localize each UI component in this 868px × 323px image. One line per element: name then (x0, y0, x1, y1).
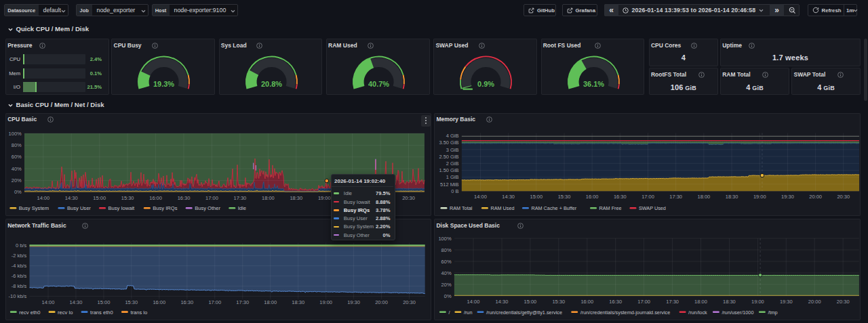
svg-text:40%: 40% (12, 165, 22, 171)
svg-text:20.8%: 20.8% (261, 80, 282, 88)
svg-text:trans eth0: trans eth0 (90, 309, 113, 316)
svg-text:19:30: 19:30 (347, 299, 360, 305)
svg-text:14:30: 14:30 (502, 194, 515, 200)
svg-text:0 B: 0 B (452, 188, 459, 194)
svg-text:20:30: 20:30 (402, 194, 415, 200)
svg-text:15:00: 15:00 (93, 194, 106, 200)
svg-text:19:00: 19:00 (319, 299, 332, 305)
svg-text:Busy User: Busy User (67, 205, 91, 211)
svg-text:19.3%: 19.3% (153, 80, 174, 88)
svg-text:14:00: 14:00 (467, 299, 480, 305)
svg-text:17:30: 17:30 (234, 194, 247, 200)
svg-text:512 MiB: 512 MiB (440, 181, 458, 187)
svg-text:4 GiB: 4 GiB (446, 133, 459, 139)
svg-text:19:30: 19:30 (781, 194, 794, 200)
svg-text:16:30: 16:30 (609, 299, 622, 305)
svg-text:16:30: 16:30 (180, 299, 193, 305)
svg-text:/tmp: /tmp (768, 309, 778, 316)
svg-text:15:00: 15:00 (98, 299, 111, 305)
svg-text:20:00: 20:00 (375, 299, 388, 305)
svg-text:16:30: 16:30 (178, 194, 191, 200)
svg-text:18:00: 18:00 (694, 299, 707, 305)
svg-text:40%: 40% (441, 270, 452, 276)
svg-text:0%: 0% (444, 293, 452, 299)
svg-text:16:00: 16:00 (153, 299, 165, 305)
svg-text:0.9%: 0.9% (477, 80, 494, 88)
svg-text:18:00: 18:00 (698, 194, 711, 200)
svg-text:80%: 80% (12, 142, 22, 148)
svg-text:17:00: 17:00 (208, 299, 221, 305)
svg-text:1 GiB: 1 GiB (446, 174, 459, 180)
svg-text:RAM Cache + Buffer: RAM Cache + Buffer (532, 205, 577, 211)
svg-text:-6 kb/s: -6 kb/s (12, 273, 27, 279)
svg-text:17:30: 17:30 (236, 299, 249, 305)
svg-text:60%: 60% (441, 259, 452, 265)
svg-text:16:00: 16:00 (581, 299, 594, 305)
svg-text:0 b/s: 0 b/s (16, 242, 26, 249)
svg-text:18:30: 18:30 (290, 194, 302, 200)
svg-text:1.50 GiB: 1.50 GiB (439, 167, 459, 173)
svg-text:RAM Free: RAM Free (599, 205, 622, 211)
svg-text:-10 kb/s: -10 kb/s (9, 293, 27, 299)
svg-text:15:30: 15:30 (125, 299, 138, 305)
svg-text:/run/user/1000: /run/user/1000 (722, 309, 754, 316)
svg-text:Busy IRQs: Busy IRQs (153, 205, 177, 211)
svg-text:40.7%: 40.7% (368, 80, 389, 88)
svg-text:17:00: 17:00 (642, 194, 654, 200)
svg-text:18:30: 18:30 (726, 194, 738, 200)
svg-text:16:00: 16:00 (586, 194, 599, 200)
svg-text:20:30: 20:30 (403, 299, 416, 305)
svg-text:Busy Other: Busy Other (195, 205, 220, 211)
svg-text:17:30: 17:30 (666, 299, 679, 305)
svg-text:14:30: 14:30 (70, 299, 83, 305)
svg-text:/run/credentials/getty@tty1.se: /run/credentials/getty@tty1.service (486, 309, 562, 316)
svg-text:0%: 0% (14, 189, 22, 195)
svg-text:SWAP Used: SWAP Used (639, 205, 666, 211)
svg-text:15:30: 15:30 (558, 194, 571, 200)
svg-text:2.50 GiB: 2.50 GiB (439, 153, 459, 159)
svg-text:15:30: 15:30 (553, 299, 566, 305)
svg-text:17:00: 17:00 (205, 194, 218, 200)
svg-text:18:00: 18:00 (264, 299, 277, 305)
svg-text:/run: /run (464, 309, 473, 316)
svg-text:RAM Used: RAM Used (491, 205, 515, 211)
svg-text:-8 kb/s: -8 kb/s (12, 283, 27, 289)
svg-text:trans lo: trans lo (130, 309, 147, 316)
svg-text:18:00: 18:00 (262, 194, 275, 200)
svg-text:80%: 80% (441, 247, 452, 253)
svg-text:14:00: 14:00 (42, 299, 55, 305)
svg-text:18:30: 18:30 (723, 299, 736, 305)
svg-text:18:30: 18:30 (292, 299, 304, 305)
svg-text:20:00: 20:00 (808, 299, 821, 305)
svg-text:15:30: 15:30 (121, 194, 134, 200)
svg-text:14:30: 14:30 (65, 194, 78, 200)
svg-text:100%: 100% (9, 130, 22, 136)
svg-text:Busy Iowait: Busy Iowait (108, 205, 135, 211)
svg-text:19:00: 19:00 (753, 194, 766, 200)
svg-text:20%: 20% (441, 282, 452, 288)
svg-text:/run/lock: /run/lock (688, 309, 707, 316)
svg-text:20:00: 20:00 (809, 194, 822, 200)
svg-text:Busy System: Busy System (19, 205, 49, 211)
svg-text:60%: 60% (12, 154, 22, 160)
svg-text:100%: 100% (439, 236, 452, 242)
svg-text:/run/credentials/systemd-journ: /run/credentials/systemd-journald.servic… (580, 309, 671, 316)
svg-text:14:30: 14:30 (496, 299, 509, 305)
svg-text:15:00: 15:00 (524, 299, 537, 305)
svg-text:20:30: 20:30 (837, 194, 850, 200)
svg-text:2 GiB: 2 GiB (446, 160, 459, 167)
svg-text:14:00: 14:00 (37, 194, 50, 200)
svg-text:15:00: 15:00 (530, 194, 543, 200)
svg-text:-2 kb/s: -2 kb/s (12, 253, 27, 259)
svg-text:3 GiB: 3 GiB (446, 146, 459, 152)
svg-text:Idle: Idle (238, 205, 246, 211)
svg-text:16:00: 16:00 (149, 194, 162, 200)
svg-text:19:30: 19:30 (780, 299, 793, 305)
svg-text:/: / (449, 309, 451, 316)
svg-text:20%: 20% (12, 177, 22, 184)
svg-text:17:30: 17:30 (670, 194, 683, 200)
svg-text:14:00: 14:00 (474, 194, 487, 200)
svg-text:3.50 GiB: 3.50 GiB (439, 139, 459, 146)
svg-text:RAM Total: RAM Total (450, 205, 473, 211)
svg-text:20:30: 20:30 (837, 299, 850, 305)
